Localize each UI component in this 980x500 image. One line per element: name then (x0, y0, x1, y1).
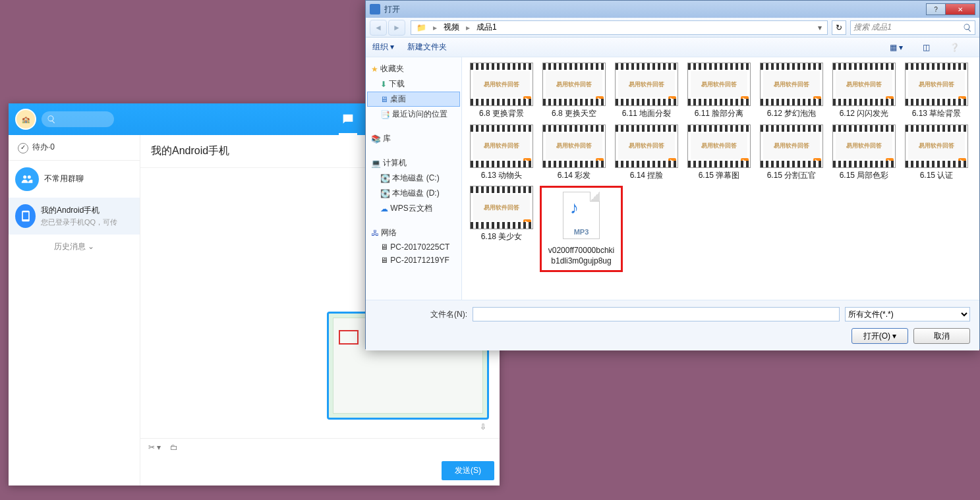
file-item[interactable]: 易用软件回答6.11 脸部分离 (685, 63, 753, 119)
file-item-mp3[interactable]: ♪MP3v0200ff70000bchkib1dli3m0gujp8ug (547, 192, 616, 266)
file-open-dialog: 打开 ? ✕ ◄ ► 📁 ▸ 视频 ▸ 成品1 ▾ ↻ 搜索 成品1 组织 ▾ … (365, 0, 980, 349)
folder-icon: 📁 (414, 23, 429, 32)
tree-disk-d[interactable]: 💽 本地磁盘 (D:) (367, 186, 460, 201)
tree-downloads[interactable]: ⬇ 下载 (367, 76, 460, 92)
filter-select[interactable]: 所有文件(*.*) (845, 307, 970, 321)
toolbar: 组织 ▾ 新建文件夹 ▦ ▾ ◫ ❔ (366, 38, 979, 57)
preview-button[interactable]: ◫ (923, 43, 930, 52)
search-icon (47, 115, 56, 124)
file-item[interactable]: 易用软件回答6.13 动物头 (467, 125, 536, 181)
tree-favorites[interactable]: ★ 收藏夹 (367, 61, 460, 76)
app-icon (370, 4, 380, 14)
file-item[interactable]: 易用软件回答6.12 闪闪发光 (830, 63, 898, 119)
tab-messages[interactable] (340, 111, 356, 127)
file-item[interactable]: 易用软件回答6.15 弹幕图 (685, 125, 753, 181)
search-icon (963, 23, 972, 32)
filename-input[interactable] (473, 307, 840, 321)
qq-sidebar: 待办·0 不常用群聊 我的Android手机 您已登录手机QQ，可传 历史消息 (9, 135, 140, 486)
file-list: 易用软件回答6.8 更换背景易用软件回答6.8 更换天空易用软件回答6.11 地… (462, 57, 979, 300)
filename-label: 文件名(N): (375, 309, 467, 320)
file-item[interactable]: 易用软件回答6.15 认证 (902, 125, 971, 181)
tree-wps[interactable]: ☁ WPS云文档 (367, 201, 460, 216)
file-item[interactable]: 易用软件回答6.8 更换背景 (467, 63, 536, 119)
search-input[interactable] (42, 111, 114, 127)
back-button[interactable]: ◄ (370, 20, 387, 36)
item-title: 我的Android手机 (41, 205, 133, 216)
breadcrumb[interactable]: 📁 ▸ 视频 ▸ 成品1 ▾ (411, 20, 828, 35)
tree-disk-c[interactable]: 💽 本地磁盘 (C:) (367, 171, 460, 186)
file-item[interactable]: 易用软件回答6.18 美少女 (467, 186, 536, 272)
file-item[interactable]: 易用软件回答6.15 局部色彩 (830, 125, 898, 181)
file-item[interactable]: 易用软件回答6.12 梦幻泡泡 (757, 63, 826, 119)
organize-menu[interactable]: 组织 ▾ (372, 42, 394, 53)
refresh-button[interactable]: ↻ (832, 20, 846, 35)
dialog-title: 打开 (384, 4, 400, 15)
compose-toolbar: ✂ ▾ 🗀 (140, 438, 500, 456)
download-icon[interactable]: ⇩ (477, 422, 489, 431)
help-button[interactable]: ? (926, 3, 946, 15)
forward-button[interactable]: ► (388, 20, 405, 36)
dialog-titlebar: 打开 ? ✕ (366, 1, 979, 18)
file-item[interactable]: 易用软件回答6.8 更换天空 (540, 63, 608, 119)
file-item[interactable]: 易用软件回答6.13 草绘背景 (902, 63, 971, 119)
new-folder-button[interactable]: 新建文件夹 (407, 42, 447, 53)
item-title: 不常用群聊 (44, 173, 84, 184)
file-item[interactable]: 易用软件回答6.11 地面分裂 (612, 63, 681, 119)
sidebar-item-groups[interactable]: 不常用群聊 (9, 161, 140, 198)
file-item[interactable]: 易用软件回答6.14 捏脸 (612, 125, 681, 181)
group-icon (15, 167, 39, 191)
file-item[interactable]: 易用软件回答6.15 分割五官 (757, 125, 826, 181)
tree-desktop[interactable]: 🖥 桌面 (367, 92, 460, 107)
view-button[interactable]: ▦ ▾ (890, 43, 903, 52)
sidebar-item-android[interactable]: 我的Android手机 您已登录手机QQ，可传 (9, 198, 140, 235)
cancel-button[interactable]: 取消 (913, 328, 970, 344)
tree-network[interactable]: 🖧 网络 (367, 225, 460, 240)
send-button[interactable]: 发送(S) (442, 461, 494, 480)
scissors-icon[interactable]: ✂ ▾ (148, 443, 161, 452)
avatar[interactable]: 🏫 (15, 109, 36, 130)
close-button[interactable]: ✕ (945, 3, 975, 15)
item-subtitle: 您已登录手机QQ，可传 (41, 217, 133, 227)
highlighted-file: ♪MP3v0200ff70000bchkib1dli3m0gujp8ug (540, 186, 623, 272)
tree-pc1[interactable]: 🖥 PC-20170225CT (367, 240, 460, 254)
tree-recent[interactable]: 📑 最近访问的位置 (367, 107, 460, 122)
history-link[interactable]: 历史消息 (9, 235, 140, 259)
help-icon[interactable]: ❔ (950, 43, 960, 52)
dialog-bottom: 文件名(N): 所有文件(*.*) 打开(O) ▾ 取消 (366, 300, 979, 350)
tree-pc2[interactable]: 🖥 PC-20171219YF (367, 254, 460, 267)
nav-bar: ◄ ► 📁 ▸ 视频 ▸ 成品1 ▾ ↻ 搜索 成品1 (366, 18, 979, 38)
phone-icon (15, 204, 36, 228)
open-button[interactable]: 打开(O) ▾ (851, 328, 908, 344)
tree-computer[interactable]: 💻 计算机 (367, 155, 460, 171)
file-item[interactable]: 易用软件回答6.14 彩发 (540, 125, 608, 181)
tree-libraries[interactable]: 📚 库 (367, 131, 460, 146)
folder-icon[interactable]: 🗀 (170, 443, 178, 452)
search-box[interactable]: 搜索 成品1 (850, 20, 975, 35)
todo[interactable]: 待办·0 (9, 135, 140, 161)
folder-tree: ★ 收藏夹 ⬇ 下载 🖥 桌面 📑 最近访问的位置 📚 库 💻 计算机 💽 本地… (366, 57, 462, 300)
